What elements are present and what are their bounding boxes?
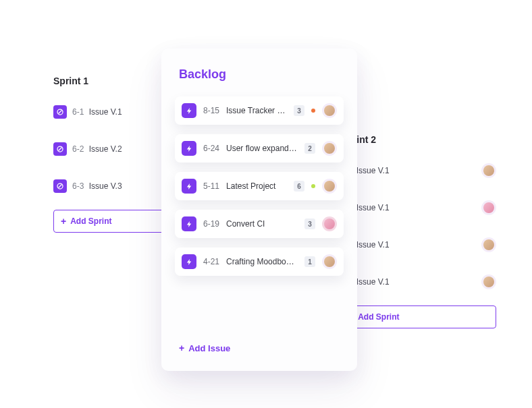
- assignee-avatar: [322, 216, 337, 231]
- add-issue-button[interactable]: + Add Issue: [179, 343, 230, 353]
- backlog-issue[interactable]: 8-15 Issue Tracker V.01 3: [175, 96, 344, 125]
- add-issue-label: Add Issue: [188, 343, 230, 353]
- assignee-avatar: [481, 163, 496, 178]
- issue-name: Issue Tracker V.01: [226, 106, 287, 115]
- backlog-issue[interactable]: 4-21 Crafting Moodboard 1: [175, 247, 344, 276]
- issue-name: Issue V.1: [89, 107, 122, 117]
- sprint2-title: Sprint 2: [341, 134, 496, 145]
- issue-code: 8-15: [203, 106, 219, 115]
- backlog-title: Backlog: [179, 67, 344, 82]
- backlog-issue[interactable]: 5-11 Latest Project 6: [175, 172, 344, 200]
- issue-name: Issue V.1: [356, 203, 390, 212]
- add-sprint-button[interactable]: + Add Sprint: [341, 305, 496, 328]
- issue-name: User flow expanded: [226, 144, 298, 153]
- issue-count: 3: [304, 218, 315, 229]
- issue-name: Issue V.2: [89, 144, 122, 154]
- issue-name: Issue V.1: [356, 277, 390, 287]
- issue-name: Convert CI: [226, 219, 298, 229]
- issue-name: Issue V.3: [89, 181, 122, 191]
- assignee-avatar: [322, 103, 337, 118]
- issue-name: Crafting Moodboard: [226, 257, 298, 266]
- status-dot: [311, 109, 315, 113]
- bolt-icon: [182, 103, 196, 118]
- assignee-avatar: [322, 254, 337, 269]
- bolt-icon: [182, 179, 196, 194]
- issue-count: 6: [294, 181, 304, 192]
- assignee-avatar: [322, 141, 337, 156]
- issue-count: 3: [294, 105, 304, 116]
- plus-icon: +: [61, 216, 66, 227]
- sprint2-item[interactable]: -9 Issue V.1: [341, 231, 496, 258]
- svg-line-5: [59, 185, 62, 188]
- bolt-icon: [182, 216, 196, 231]
- backlog-issue[interactable]: 6-24 User flow expanded 2: [175, 134, 344, 163]
- assignee-avatar: [481, 274, 496, 289]
- add-sprint-label: Add Sprint: [358, 312, 399, 322]
- issue-code: 5-11: [203, 181, 219, 191]
- issue-name: Latest Project: [226, 181, 287, 191]
- sprint2-item[interactable]: -9 Issue V.1: [341, 157, 496, 184]
- bolt-icon: [182, 141, 196, 156]
- issue-count: 2: [304, 143, 315, 154]
- issue-code: 6-2: [72, 144, 84, 154]
- issue-code: 6-3: [72, 181, 84, 191]
- plus-icon: +: [179, 343, 184, 353]
- issue-code: 6-19: [203, 219, 219, 229]
- board-canvas: Sprint 1 6-1 Issue V.1 6-2 Issue V.2: [0, 0, 532, 408]
- issue-code: 4-21: [203, 257, 219, 266]
- sprint2-item[interactable]: -9 Issue V.1: [341, 194, 496, 221]
- assignee-avatar: [481, 200, 496, 215]
- blocked-icon: [53, 142, 67, 156]
- status-dot: [311, 184, 315, 188]
- backlog-issue[interactable]: 6-19 Convert CI 3: [175, 210, 344, 238]
- issue-code: 6-24: [203, 144, 219, 153]
- blocked-icon: [53, 179, 67, 193]
- backlog-panel: Backlog 8-15 Issue Tracker V.01 3 6-24 U…: [161, 49, 357, 371]
- svg-line-3: [59, 148, 62, 151]
- blocked-icon: [53, 105, 67, 119]
- assignee-avatar: [481, 237, 496, 252]
- issue-name: Issue V.1: [356, 240, 390, 250]
- sprint2-column: Sprint 2 -9 Issue V.1 -9 Issue V.1 -9 Is…: [341, 134, 496, 328]
- issue-name: Issue V.1: [356, 166, 390, 175]
- bolt-icon: [182, 254, 196, 269]
- issue-count: 1: [304, 256, 315, 267]
- assignee-avatar: [322, 179, 337, 194]
- svg-line-1: [59, 111, 62, 114]
- add-sprint-label: Add Sprint: [70, 216, 111, 226]
- sprint2-item[interactable]: -9 Issue V.1: [341, 268, 496, 295]
- issue-code: 6-1: [72, 107, 84, 117]
